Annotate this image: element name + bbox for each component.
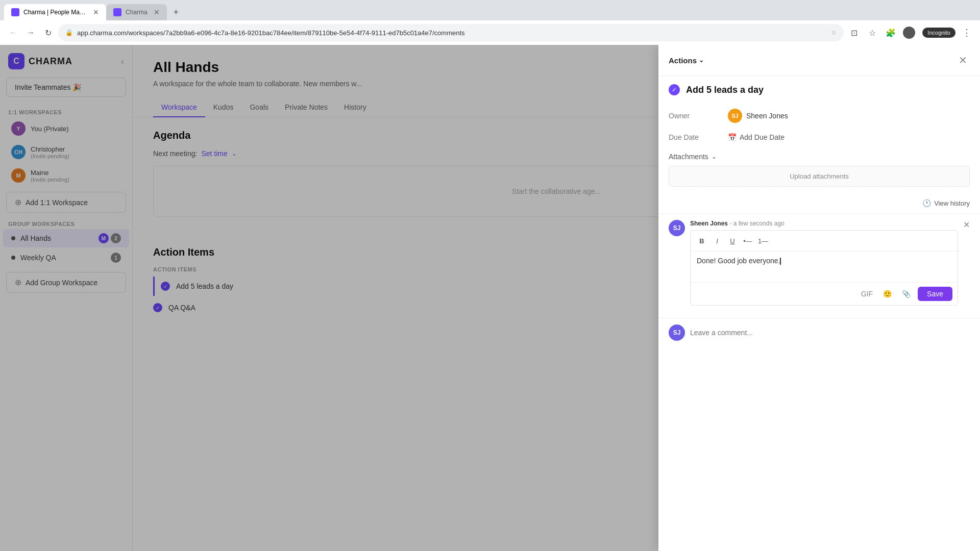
gif-button[interactable]: GIF — [858, 288, 876, 300]
browser-nav: ← → ↻ 🔒 app.charma.com/workspaces/7a2bb9… — [0, 20, 980, 45]
view-history-label: View history — [934, 199, 970, 207]
comment-section: SJ Sheen Jones - a few seconds ago B I U… — [658, 213, 980, 318]
due-date-placeholder: Add Due Date — [740, 133, 785, 141]
tab-close-button[interactable]: ✕ — [93, 8, 99, 16]
star-icon[interactable]: ☆ — [831, 29, 837, 36]
attachment-button[interactable]: 📎 — [899, 288, 914, 300]
save-button[interactable]: Save — [918, 287, 952, 301]
bookmark-icon[interactable]: ☆ — [865, 26, 879, 40]
comment-content: Sheen Jones - a few seconds ago B I U •—… — [690, 220, 958, 306]
panel-header: Actions ⌄ ✕ — [658, 45, 980, 76]
editor-toolbar: B I U •— 1— — [691, 231, 958, 252]
comment-close-button[interactable]: ✕ — [963, 220, 970, 306]
bold-button[interactable]: B — [695, 234, 709, 248]
profile-icon[interactable] — [902, 26, 916, 40]
tab-favicon-2 — [113, 8, 121, 16]
actions-chevron-icon: ⌄ — [699, 57, 704, 64]
browser-tabs: Charma | People Management S... ✕ Charma… — [0, 0, 980, 20]
leave-comment-input[interactable] — [690, 329, 970, 337]
ordered-list-button[interactable]: 1— — [756, 234, 770, 248]
tab-close-button-2[interactable]: ✕ — [154, 8, 160, 16]
underline-button[interactable]: U — [725, 234, 740, 248]
calendar-icon: 📅 — [728, 133, 737, 141]
editor-text: Done! Good job everyone. — [697, 257, 780, 265]
task-check-mark: ✓ — [672, 86, 677, 93]
add-due-date-button[interactable]: 📅 Add Due Date — [728, 133, 785, 141]
inactive-tab[interactable]: Charma ✕ — [106, 4, 167, 20]
active-tab[interactable]: Charma | People Management S... ✕ — [4, 4, 106, 20]
address-text: app.charma.com/workspaces/7a2bb9a6-e096-… — [77, 29, 827, 37]
back-button[interactable]: ← — [6, 26, 20, 40]
bullet-list-button[interactable]: •— — [741, 234, 755, 248]
emoji-button[interactable]: 🙂 — [880, 288, 895, 300]
task-check-icon: ✓ — [669, 84, 680, 95]
comment-editor: B I U •— 1— Done! Good job everyone. GIF… — [690, 230, 958, 306]
comment-separator: - — [729, 220, 733, 227]
tab-favicon — [11, 8, 19, 16]
browser-actions: ⊡ ☆ 🧩 Incognito ⋮ — [847, 26, 974, 40]
tab-title: Charma | People Management S... — [23, 9, 87, 16]
due-date-field: Due Date 📅 Add Due Date — [658, 128, 980, 146]
panel-close-button[interactable]: ✕ — [955, 53, 970, 67]
menu-button[interactable]: ⋮ — [960, 26, 974, 40]
owner-label: Owner — [669, 112, 720, 120]
comment-meta: Sheen Jones - a few seconds ago — [690, 220, 958, 227]
address-bar[interactable]: 🔒 app.charma.com/workspaces/7a2bb9a6-e09… — [58, 24, 844, 41]
task-title-section: ✓ Add 5 leads a day — [658, 76, 980, 104]
history-clock-icon: 🕐 — [922, 199, 931, 207]
attachments-chevron-icon: ⌄ — [712, 153, 717, 160]
owner-avatar: SJ — [728, 109, 742, 123]
owner-field: Owner SJ Sheen Jones — [658, 104, 980, 128]
leave-comment-section: SJ — [658, 318, 980, 347]
attachments-section: Attachments ⌄ Upload attachments — [658, 146, 980, 193]
task-title: Add 5 leads a day — [686, 85, 764, 95]
view-history-section: 🕐 View history — [658, 193, 980, 213]
owner-value: SJ Sheen Jones — [728, 109, 788, 123]
comment-entry: SJ Sheen Jones - a few seconds ago B I U… — [669, 220, 970, 306]
italic-button[interactable]: I — [710, 234, 724, 248]
view-history-button[interactable]: 🕐 View history — [922, 199, 970, 207]
app-wrapper: C CHARMA ‹ Invite Teammates 🎉 1:1 Worksp… — [0, 0, 980, 551]
leave-comment-avatar: SJ — [669, 324, 685, 341]
owner-name: Sheen Jones — [746, 112, 788, 120]
upload-label: Upload attachments — [790, 172, 849, 180]
due-date-label: Due Date — [669, 133, 720, 141]
attachments-header[interactable]: Attachments ⌄ — [669, 153, 970, 161]
reload-button[interactable]: ↻ — [41, 26, 55, 40]
tab-title-2: Charma — [126, 9, 148, 16]
forward-button[interactable]: → — [23, 26, 38, 40]
attachments-label: Attachments — [669, 153, 708, 161]
lock-icon: 🔒 — [65, 29, 73, 36]
extensions-icon[interactable]: 🧩 — [884, 26, 898, 40]
right-panel: Actions ⌄ ✕ ✓ Add 5 leads a day Owner SJ… — [658, 45, 980, 551]
cast-icon[interactable]: ⊡ — [847, 26, 861, 40]
text-cursor — [780, 258, 781, 265]
editor-body[interactable]: Done! Good job everyone. — [691, 252, 958, 282]
actions-label: Actions — [669, 56, 697, 65]
new-tab-button[interactable]: + — [169, 5, 183, 19]
actions-dropdown-button[interactable]: Actions ⌄ — [669, 56, 704, 65]
editor-footer: GIF 🙂 📎 Save — [691, 282, 958, 305]
comment-time: a few seconds ago — [733, 220, 785, 227]
comment-author-name: Sheen Jones — [690, 220, 728, 227]
comment-author-avatar: SJ — [669, 220, 685, 236]
upload-attachments-button[interactable]: Upload attachments — [669, 166, 970, 187]
incognito-badge: Incognito — [922, 28, 955, 38]
